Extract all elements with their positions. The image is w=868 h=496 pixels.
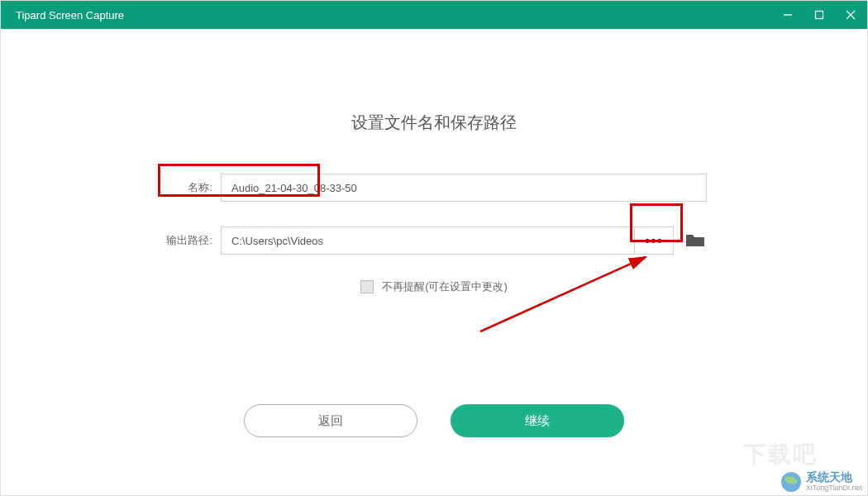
name-label: 名称: [161,180,212,195]
continue-button[interactable]: 继续 [451,404,624,437]
content-area: 设置文件名和保存路径 名称: 输出路径: ••• [1,29,867,495]
titlebar: Tipard Screen Capture [1,1,867,29]
window-title: Tipard Screen Capture [16,9,124,21]
watermark-text: 系统天地 XiTongTianDi.net [806,471,862,492]
name-input[interactable] [221,174,707,202]
page-title: 设置文件名和保存路径 [1,112,867,134]
form: 名称: 输出路径: ••• 不再提醒(可在设置中更改) [161,174,707,294]
dont-remind-checkbox[interactable] [360,280,374,293]
checkbox-row: 不再提醒(可在设置中更改) [161,279,707,294]
watermark-cn: 系统天地 [806,471,862,484]
window-controls [780,7,859,23]
path-row: 输出路径: ••• [161,227,707,255]
faded-watermark: 下载吧 [743,439,818,470]
svg-rect-1 [816,12,823,19]
minimize-button[interactable] [780,7,796,23]
maximize-button[interactable] [811,7,827,23]
path-label: 输出路径: [161,233,212,248]
open-folder-button[interactable] [684,231,707,250]
path-group: ••• [221,227,674,255]
dont-remind-label: 不再提醒(可在设置中更改) [382,279,508,294]
browse-button[interactable]: ••• [634,227,674,255]
path-input[interactable] [221,227,634,255]
close-button[interactable] [842,7,859,23]
watermark-en: XiTongTianDi.net [806,484,862,493]
globe-icon [780,470,803,494]
app-window: Tipard Screen Capture 设置文件名和保存路径 名称: 输出路… [0,0,868,496]
name-row: 名称: [161,174,707,202]
folder-icon [685,232,705,249]
watermark: 系统天地 XiTongTianDi.net [780,470,862,494]
back-button[interactable]: 返回 [244,404,417,437]
button-row: 返回 继续 [1,404,867,437]
